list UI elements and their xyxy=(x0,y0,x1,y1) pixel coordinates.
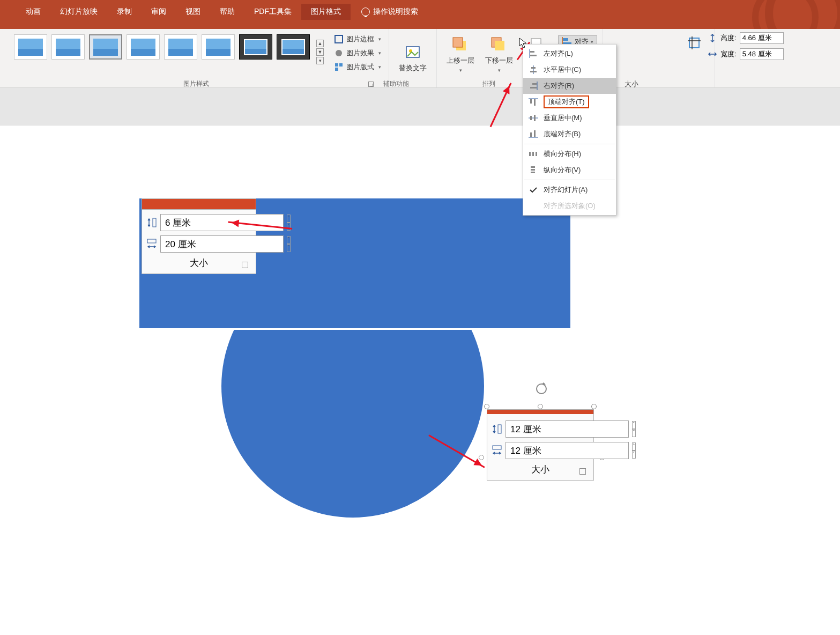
layout-icon xyxy=(334,63,343,71)
gallery-scroll[interactable]: ▲▼▾ xyxy=(316,40,324,64)
style-thumb-3[interactable] xyxy=(89,34,122,60)
tell-me-search[interactable]: 操作说明搜索 xyxy=(361,7,418,17)
send-backward-button[interactable]: 下移一层▾ xyxy=(481,33,517,76)
menu-align-slide[interactable]: 对齐幻灯片(A) xyxy=(523,182,616,198)
height-input[interactable] xyxy=(740,32,784,44)
width-icon xyxy=(492,445,502,456)
rect-width-spin[interactable]: ˄˅ xyxy=(287,236,291,252)
align-bottom-icon xyxy=(529,130,538,138)
svg-rect-21 xyxy=(530,71,537,72)
svg-rect-32 xyxy=(530,132,532,137)
menu-dist-v[interactable]: 纵向分布(V) xyxy=(523,162,616,178)
style-thumb-1[interactable] xyxy=(14,34,47,60)
menu-dist-h[interactable]: 横向分布(H) xyxy=(523,146,616,162)
sel-handle-tl[interactable] xyxy=(484,404,489,409)
crop-group xyxy=(603,29,715,87)
rect-height-input[interactable] xyxy=(160,214,284,231)
menu-align-left[interactable]: 左对齐(L) xyxy=(523,46,616,62)
style-thumb-4[interactable] xyxy=(127,34,160,60)
svg-rect-8 xyxy=(453,38,463,47)
align-right-icon xyxy=(529,82,538,90)
alt-text-label: 替换文字 xyxy=(399,64,427,72)
svg-rect-30 xyxy=(534,115,536,121)
aux-group-label: 辅助功能 xyxy=(383,79,409,88)
picture-border-label: 图片边框 xyxy=(346,34,374,44)
menu-align-right[interactable]: 右对齐(R) xyxy=(523,78,616,94)
svg-rect-36 xyxy=(536,152,537,156)
menu-align-middle-v[interactable]: 垂直居中(M) xyxy=(523,110,616,126)
tab-review[interactable]: 审阅 xyxy=(142,4,176,20)
alt-text-button[interactable]: 替换文字 xyxy=(395,41,431,76)
width-label: 宽度: xyxy=(720,49,737,59)
rect-size-launcher[interactable] xyxy=(242,262,248,268)
menu-dist-v-label: 纵向分布(V) xyxy=(544,165,581,175)
tab-view[interactable]: 视图 xyxy=(176,4,210,20)
circle-height-input[interactable] xyxy=(506,420,629,438)
rotate-handle[interactable] xyxy=(536,383,547,394)
quick-toolbar-strip xyxy=(0,88,840,125)
tab-picture-format[interactable]: 图片格式 xyxy=(301,4,351,20)
dist-v-icon xyxy=(529,166,538,174)
rect-width-input[interactable] xyxy=(160,235,284,253)
menu-align-center-h[interactable]: 水平居中(C) xyxy=(523,62,616,78)
size-popup-rect: ˄˅ ˄˅ 大小 xyxy=(142,198,256,274)
styles-launcher[interactable] xyxy=(368,82,374,87)
dist-h-icon xyxy=(529,150,538,158)
height-icon xyxy=(492,423,502,435)
bring-forward-button[interactable]: 上移一层▾ xyxy=(442,33,479,76)
svg-rect-2 xyxy=(335,63,338,67)
tab-animation[interactable]: 动画 xyxy=(16,4,50,20)
align-center-h-icon xyxy=(529,65,538,74)
svg-rect-40 xyxy=(153,218,156,227)
svg-rect-0 xyxy=(335,35,343,43)
tab-help[interactable]: 帮助 xyxy=(210,4,244,20)
style-thumb-6[interactable] xyxy=(202,34,235,60)
blank-icon xyxy=(529,202,538,210)
style-thumb-7[interactable] xyxy=(239,34,272,60)
align-left-icon xyxy=(529,49,538,58)
effects-icon xyxy=(334,49,343,57)
svg-rect-18 xyxy=(530,55,537,56)
svg-rect-29 xyxy=(530,116,532,120)
send-backward-label: 下移一层 xyxy=(485,56,513,65)
circle-width-input[interactable] xyxy=(506,442,629,459)
sel-handle-tm[interactable] xyxy=(538,404,543,409)
tab-record[interactable]: 录制 xyxy=(107,4,142,20)
menu-align-top[interactable]: 顶端对齐(T) xyxy=(523,94,616,110)
circle-size-launcher[interactable] xyxy=(579,468,586,475)
style-thumb-5[interactable] xyxy=(164,34,197,60)
menu-align-bottom[interactable]: 底端对齐(B) xyxy=(523,126,616,142)
popup-header-2 xyxy=(487,410,593,414)
svg-rect-10 xyxy=(495,41,504,50)
width-input[interactable] xyxy=(740,48,784,60)
picture-layout-button[interactable]: 图片版式▾ xyxy=(332,61,383,73)
border-icon xyxy=(334,35,343,43)
circle-height-spin[interactable]: ˄˅ xyxy=(632,421,636,437)
align-middle-v-icon xyxy=(529,114,538,122)
circle-width-spin[interactable]: ˄˅ xyxy=(632,442,636,459)
picture-border-button[interactable]: 图片边框▾ xyxy=(332,33,383,45)
svg-rect-33 xyxy=(534,130,536,137)
tab-slideshow[interactable]: 幻灯片放映 xyxy=(50,4,107,20)
bulb-icon xyxy=(361,8,370,16)
width-icon xyxy=(708,49,717,59)
svg-rect-38 xyxy=(531,169,535,171)
slide-canvas[interactable]: ˄˅ ˄˅ 大小 ˄˅ ˄˅ 大小 xyxy=(0,126,840,635)
width-icon xyxy=(146,238,157,250)
menu-align-left-label: 左对齐(L) xyxy=(544,49,573,58)
circle-size-label: 大小 xyxy=(492,463,589,476)
svg-rect-41 xyxy=(147,239,156,243)
size-popup-circle: ˄˅ ˄˅ 大小 xyxy=(487,409,594,481)
svg-point-1 xyxy=(336,50,342,56)
picture-layout-label: 图片版式 xyxy=(346,62,374,72)
size-group: 高度: 宽度: xyxy=(704,29,787,87)
sel-handle-tr[interactable] xyxy=(591,404,597,409)
svg-rect-24 xyxy=(530,87,537,88)
menu-align-center-h-label: 水平居中(C) xyxy=(544,65,581,75)
svg-rect-37 xyxy=(531,166,535,168)
tab-pdf[interactable]: PDF工具集 xyxy=(244,4,301,20)
picture-effects-button[interactable]: 图片效果▾ xyxy=(332,47,383,59)
rect-size-label: 大小 xyxy=(146,257,251,269)
style-thumb-8[interactable] xyxy=(277,34,310,60)
style-thumb-2[interactable] xyxy=(51,34,85,60)
